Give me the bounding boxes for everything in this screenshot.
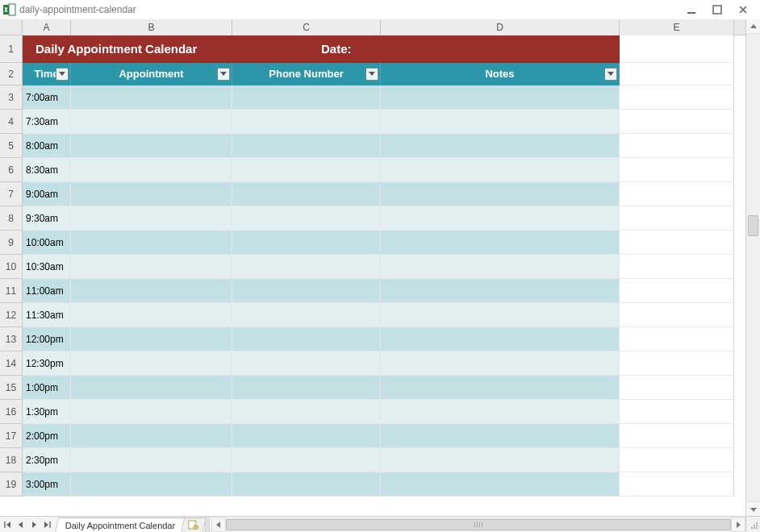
minimize-button[interactable] bbox=[684, 3, 699, 16]
cell-E6[interactable] bbox=[620, 158, 734, 182]
row-header-18[interactable]: 18 bbox=[0, 448, 23, 472]
cell-C4[interactable] bbox=[232, 110, 381, 134]
scroll-left-button[interactable] bbox=[211, 517, 226, 532]
horizontal-scroll-track[interactable] bbox=[226, 517, 731, 532]
new-sheet-tab[interactable] bbox=[181, 517, 207, 532]
cell-C7[interactable] bbox=[232, 182, 381, 206]
row-header-15[interactable]: 15 bbox=[0, 376, 23, 400]
row-header-19[interactable]: 19 bbox=[0, 472, 23, 497]
row-header-6[interactable]: 6 bbox=[0, 158, 23, 182]
cell-E10[interactable] bbox=[620, 255, 734, 279]
cell-B3[interactable] bbox=[71, 85, 232, 110]
cell-D15[interactable] bbox=[381, 376, 620, 400]
tab-first-button[interactable] bbox=[2, 517, 15, 532]
cell-D3[interactable] bbox=[381, 85, 620, 110]
cell-E18[interactable] bbox=[620, 448, 734, 472]
cell-A5[interactable]: 8:00am bbox=[23, 134, 71, 158]
cell-B4[interactable] bbox=[71, 110, 232, 134]
cell-A13[interactable]: 12:00pm bbox=[23, 327, 71, 351]
row-header-11[interactable]: 11 bbox=[0, 279, 23, 303]
sheet-tab-active[interactable]: Daily Appointment Calendar bbox=[55, 517, 186, 532]
cell-A19[interactable]: 3:00pm bbox=[23, 472, 71, 497]
header-notes[interactable]: Notes bbox=[381, 63, 620, 85]
cell-B9[interactable] bbox=[71, 231, 232, 255]
cell-D17[interactable] bbox=[381, 424, 620, 448]
cell-B16[interactable] bbox=[71, 400, 232, 424]
cell-C14[interactable] bbox=[232, 351, 381, 376]
cell-D8[interactable] bbox=[381, 206, 620, 231]
cell-D19[interactable] bbox=[381, 472, 620, 497]
row-header-3[interactable]: 3 bbox=[0, 85, 23, 110]
cell-D6[interactable] bbox=[381, 158, 620, 182]
cell-C3[interactable] bbox=[232, 85, 381, 110]
cell-A3[interactable]: 7:00am bbox=[23, 85, 71, 110]
cell-D10[interactable] bbox=[381, 255, 620, 279]
row-header-17[interactable]: 17 bbox=[0, 424, 23, 448]
cell-C5[interactable] bbox=[232, 134, 381, 158]
cell-B19[interactable] bbox=[71, 472, 232, 497]
row-header-14[interactable]: 14 bbox=[0, 351, 23, 376]
cell-C11[interactable] bbox=[232, 279, 381, 303]
cell-E7[interactable] bbox=[620, 182, 734, 206]
filter-button-time[interactable] bbox=[56, 68, 69, 81]
column-header-D[interactable]: D bbox=[381, 19, 620, 35]
horizontal-scroll-thumb[interactable] bbox=[226, 519, 731, 530]
row-header-12[interactable]: 12 bbox=[0, 303, 23, 327]
cell-A14[interactable]: 12:30pm bbox=[23, 351, 71, 376]
cell-E15[interactable] bbox=[620, 376, 734, 400]
cell-B6[interactable] bbox=[71, 158, 232, 182]
cell-A8[interactable]: 9:30am bbox=[23, 206, 71, 231]
cell-C13[interactable] bbox=[232, 327, 381, 351]
tab-last-button[interactable] bbox=[40, 517, 53, 532]
cell-E3[interactable] bbox=[620, 85, 734, 110]
cell-E8[interactable] bbox=[620, 206, 734, 231]
cell-A6[interactable]: 8:30am bbox=[23, 158, 71, 182]
cell-B18[interactable] bbox=[71, 448, 232, 472]
cell-B15[interactable] bbox=[71, 376, 232, 400]
cell-A10[interactable]: 10:30am bbox=[23, 255, 71, 279]
cell-B7[interactable] bbox=[71, 182, 232, 206]
cell-C8[interactable] bbox=[232, 206, 381, 231]
cell-A11[interactable]: 11:00am bbox=[23, 279, 71, 303]
cell-E16[interactable] bbox=[620, 400, 734, 424]
row-header-1[interactable]: 1 bbox=[0, 35, 23, 63]
scroll-down-button[interactable] bbox=[746, 501, 760, 516]
cell-E12[interactable] bbox=[620, 303, 734, 327]
cell-D9[interactable] bbox=[381, 231, 620, 255]
cell-E5[interactable] bbox=[620, 134, 734, 158]
cell-A7[interactable]: 9:00am bbox=[23, 182, 71, 206]
cell-C15[interactable] bbox=[232, 376, 381, 400]
scroll-up-button[interactable] bbox=[746, 19, 760, 34]
cell-E19[interactable] bbox=[620, 472, 734, 497]
horizontal-scrollbar[interactable] bbox=[211, 517, 745, 532]
row-header-7[interactable]: 7 bbox=[0, 182, 23, 206]
cell-B11[interactable] bbox=[71, 279, 232, 303]
cell-B17[interactable] bbox=[71, 424, 232, 448]
row-header-2[interactable]: 2 bbox=[0, 63, 23, 85]
column-header-C[interactable]: C bbox=[232, 19, 381, 35]
cell-C18[interactable] bbox=[232, 448, 381, 472]
cell-C9[interactable] bbox=[232, 231, 381, 255]
resize-grip[interactable] bbox=[745, 517, 760, 531]
row-header-4[interactable]: 4 bbox=[0, 110, 23, 134]
cell-D5[interactable] bbox=[381, 134, 620, 158]
cell-C17[interactable] bbox=[232, 424, 381, 448]
column-header-B[interactable]: B bbox=[71, 19, 232, 35]
cell-A4[interactable]: 7:30am bbox=[23, 110, 71, 134]
cell-B10[interactable] bbox=[71, 255, 232, 279]
cell-C12[interactable] bbox=[232, 303, 381, 327]
header-time[interactable]: Time bbox=[23, 63, 71, 85]
row-header-5[interactable]: 5 bbox=[0, 134, 23, 158]
filter-button-notes[interactable] bbox=[604, 68, 617, 81]
maximize-button[interactable] bbox=[710, 3, 725, 16]
cell-D12[interactable] bbox=[381, 303, 620, 327]
vertical-scrollbar[interactable] bbox=[745, 19, 760, 516]
header-appointment[interactable]: Appointment bbox=[71, 63, 232, 85]
cell-C19[interactable] bbox=[232, 472, 381, 497]
grid-body[interactable]: 1 Daily Appointment Calendar Date: 2 Tim… bbox=[0, 35, 745, 516]
header-phone[interactable]: Phone Number bbox=[232, 63, 381, 85]
cell-E11[interactable] bbox=[620, 279, 734, 303]
cell-E2[interactable] bbox=[620, 63, 734, 85]
filter-button-appointment[interactable] bbox=[217, 68, 230, 81]
vertical-scroll-thumb[interactable] bbox=[748, 215, 758, 236]
